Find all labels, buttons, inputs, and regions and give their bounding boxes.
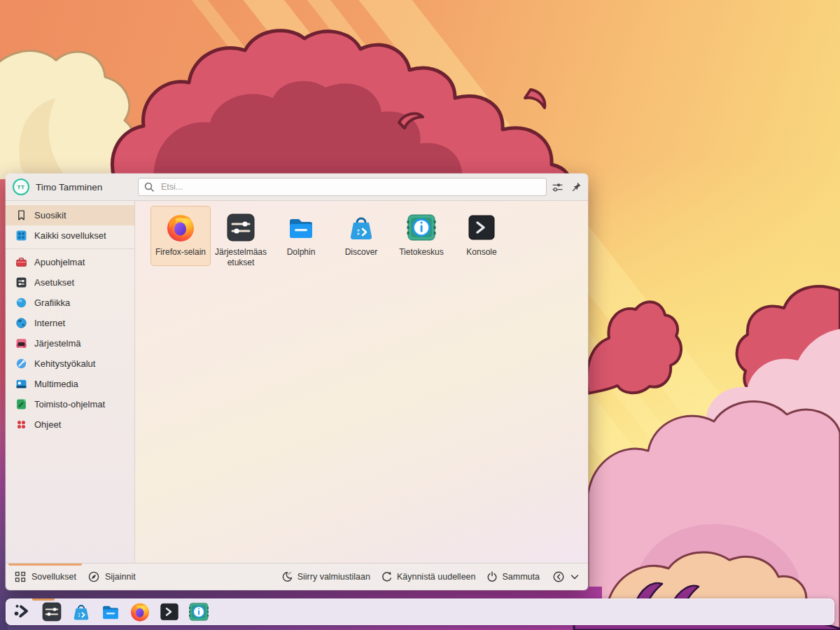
app-label: Firefox-selain — [153, 247, 208, 258]
sidebar-item-development[interactable]: Kehitystyökalut — [6, 354, 134, 374]
firefox-icon — [130, 601, 150, 622]
active-task-indicator — [32, 598, 55, 601]
sidebar-item-label: Internet — [34, 318, 65, 328]
session-button-label: Käynnistä uudelleen — [397, 572, 476, 582]
taskbar-discover[interactable] — [69, 600, 93, 624]
session-button-label: Sammuta — [503, 572, 540, 582]
launcher-content: Firefox-selain Järjestelmäasetukset Dolp… — [135, 201, 588, 563]
system-monitor-icon — [15, 337, 27, 349]
sidebar-item-settings[interactable]: Asetukset — [6, 272, 134, 293]
dolphin-folder-icon — [100, 601, 121, 622]
discover-bag-icon — [346, 212, 377, 243]
session-controls: zz Siirry valmiustilaan Käynnistä uudell… — [281, 570, 581, 583]
launcher-header: TT Timo Tamminen — [6, 174, 588, 201]
system-settings-icon — [41, 601, 62, 622]
sidebar-item-all-applications[interactable]: Kaikki sovellukset — [6, 225, 134, 246]
sidebar-item-label: Asetukset — [34, 277, 74, 288]
sidebar-item-label: Kaikki sovellukset — [34, 230, 106, 241]
taskbar-dolphin[interactable] — [99, 600, 122, 624]
tab-label: Sijainnit — [105, 572, 136, 582]
sidebar-item-utilities[interactable]: Apuohjelmat — [6, 252, 134, 272]
search-icon — [144, 181, 155, 193]
kde-launcher-icon — [12, 601, 33, 622]
info-center-icon — [188, 601, 209, 622]
office-icon — [15, 398, 27, 410]
shutdown-button[interactable]: Sammuta — [486, 570, 540, 583]
leave-group — [552, 570, 581, 583]
favorites-grid: Firefox-selain Järjestelmäasetukset Dolp… — [150, 206, 588, 268]
app-cell-konsole[interactable]: Konsole — [451, 206, 512, 266]
sleep-icon: zz — [281, 570, 293, 583]
app-cell-system-settings[interactable]: Järjestelmäasetukset — [211, 206, 271, 268]
konsole-terminal-icon — [159, 601, 180, 622]
sidebar-item-help[interactable]: Ohjeet — [6, 414, 134, 435]
sidebar-item-system[interactable]: Järjestelmä — [6, 333, 134, 354]
sidebar-item-label: Multimedia — [34, 379, 78, 389]
firefox-icon — [165, 212, 196, 243]
taskbar-konsole[interactable] — [158, 600, 181, 624]
utilities-icon — [15, 256, 27, 268]
taskbar-info-center[interactable] — [187, 600, 211, 624]
sidebar-item-label: Suosikit — [34, 210, 66, 220]
tab-applications[interactable]: Sovellukset — [8, 564, 82, 590]
avatar[interactable]: TT — [13, 178, 29, 195]
konsole-terminal-icon — [466, 212, 497, 243]
launcher-sidebar: Suosikit Kaikki sovellukset Apuohjelmat — [6, 201, 135, 563]
system-settings-icon — [225, 212, 256, 243]
app-label: Konsole — [464, 247, 498, 258]
app-cell-info-center[interactable]: Tietokeskus — [391, 206, 451, 266]
sidebar-item-label: Ohjeet — [34, 419, 61, 430]
places-compass-icon — [88, 570, 100, 583]
chevron-down-icon[interactable] — [568, 570, 581, 583]
sleep-button[interactable]: zz Siirry valmiustilaan — [281, 570, 370, 583]
app-label: Dolphin — [285, 247, 318, 258]
help-icon — [15, 419, 27, 430]
launcher-footer: Sovellukset Sijainnit zz Siirry valmiust… — [6, 563, 588, 590]
taskbar-firefox[interactable] — [128, 600, 152, 624]
sidebar-item-multimedia[interactable]: Multimedia — [6, 374, 134, 394]
configure-button[interactable] — [549, 178, 566, 195]
application-launcher-window: TT Timo Tamminen Suosikit — [6, 174, 588, 590]
taskbar-panel — [6, 598, 834, 625]
leave-icon[interactable] — [552, 570, 565, 583]
graphics-icon — [15, 297, 27, 309]
sidebar-item-graphics[interactable]: Grafiikka — [6, 293, 134, 313]
taskbar-system-settings[interactable] — [40, 600, 64, 624]
user-name[interactable]: Timo Tamminen — [36, 182, 102, 192]
info-center-icon — [406, 212, 437, 243]
pin-button[interactable] — [568, 178, 584, 195]
pin-icon — [570, 181, 582, 192]
tab-label: Sovellukset — [31, 572, 76, 582]
restart-button[interactable]: Käynnistä uudelleen — [380, 570, 476, 583]
internet-globe-icon — [15, 317, 27, 329]
app-label: Järjestelmäasetukset — [211, 247, 271, 268]
sidebar-item-label: Toimisto-ohjelmat — [34, 399, 105, 410]
search-field[interactable] — [138, 178, 547, 196]
sidebar-item-office[interactable]: Toimisto-ohjelmat — [6, 394, 134, 414]
sidebar-separator — [6, 248, 134, 249]
sidebar-item-label: Järjestelmä — [34, 338, 80, 349]
app-cell-firefox[interactable]: Firefox-selain — [150, 206, 211, 266]
shutdown-icon — [486, 570, 498, 583]
search-input[interactable] — [160, 181, 541, 192]
app-cell-discover[interactable]: Discover — [331, 206, 391, 266]
multimedia-icon — [15, 378, 27, 390]
sidebar-item-favorites[interactable]: Suosikit — [6, 205, 134, 225]
applications-grid-icon — [14, 570, 27, 583]
tab-places[interactable]: Sijainnit — [82, 564, 141, 590]
all-apps-icon — [15, 230, 27, 241]
dolphin-folder-icon — [286, 212, 316, 243]
sidebar-item-internet[interactable]: Internet — [6, 313, 134, 333]
app-cell-dolphin[interactable]: Dolphin — [271, 206, 331, 266]
configure-icon — [552, 181, 564, 193]
discover-bag-icon — [71, 601, 92, 622]
sidebar-item-label: Kehitystyökalut — [34, 358, 95, 369]
development-tools-icon — [15, 358, 27, 370]
taskbar-launcher-button[interactable] — [10, 600, 34, 624]
app-label: Discover — [343, 247, 380, 258]
settings-icon — [15, 276, 27, 288]
app-label: Tietokeskus — [397, 247, 446, 258]
sidebar-item-label: Apuohjelmat — [34, 257, 85, 267]
bookmark-icon — [15, 209, 27, 221]
session-button-label: Siirry valmiustilaan — [298, 572, 370, 582]
